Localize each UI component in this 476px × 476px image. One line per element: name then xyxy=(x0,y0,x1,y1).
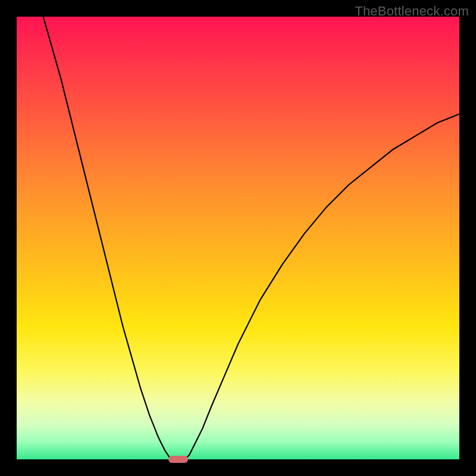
right-curve xyxy=(185,114,459,459)
plot-area xyxy=(17,17,459,459)
left-curve xyxy=(43,17,172,459)
watermark-text: TheBottleneck.com xyxy=(355,4,469,19)
curve-layer xyxy=(17,17,459,459)
bottleneck-marker xyxy=(168,456,188,463)
